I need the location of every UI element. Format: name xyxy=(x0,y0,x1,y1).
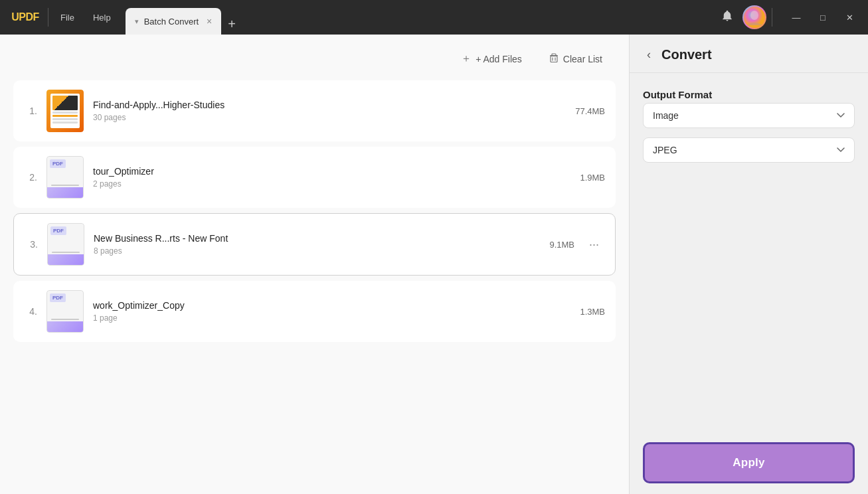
svg-rect-3 xyxy=(551,56,557,62)
close-button[interactable]: ✕ xyxy=(836,7,863,28)
batch-convert-tab[interactable]: ▾ Batch Convert × xyxy=(126,8,222,35)
file-items: 1. Find-and-Apply...Higher-Studies xyxy=(13,80,616,355)
clear-list-label: Clear List xyxy=(563,54,602,64)
format-select-wrapper: Image Word Excel PowerPoint HTML Text xyxy=(643,103,855,128)
panel-header: ‹ Convert xyxy=(630,35,868,73)
titlebar-divider xyxy=(48,8,48,27)
file-info: Find-and-Apply...Higher-Studies 30 pages xyxy=(93,100,566,122)
file-name: Find-and-Apply...Higher-Studies xyxy=(93,100,566,110)
panel-title: Convert xyxy=(661,47,712,62)
panel-back-button[interactable]: ‹ xyxy=(643,46,655,63)
file-thumbnail: PDF xyxy=(47,223,84,266)
book-cover-thumbnail xyxy=(46,90,84,132)
menu-help[interactable]: Help xyxy=(84,9,120,27)
notifications-button[interactable] xyxy=(715,6,740,29)
file-number: 1. xyxy=(24,106,37,116)
file-info: New Business R...rts - New Font 8 pages xyxy=(94,233,540,256)
trash-icon xyxy=(549,52,559,66)
file-thumbnail xyxy=(46,90,84,132)
file-number: 3. xyxy=(25,239,38,250)
subformat-select[interactable]: JPEG PNG BMP TIFF GIF xyxy=(643,137,855,163)
file-info: work_Optimizer_Copy 1 page xyxy=(93,300,570,323)
back-icon: ‹ xyxy=(647,48,651,61)
file-size: 1.3MB xyxy=(580,307,605,317)
pdf-thumbnail: PDF xyxy=(46,290,84,333)
file-name: work_Optimizer_Copy xyxy=(93,300,570,311)
file-pages: 2 pages xyxy=(93,179,570,189)
svg-point-1 xyxy=(750,11,758,20)
file-name: tour_Optimizer xyxy=(93,166,570,177)
table-row[interactable]: 3. PDF New Business R...rts - New Font xyxy=(13,213,616,276)
pdf-thumbnail: PDF xyxy=(47,223,84,266)
maximize-button[interactable]: □ xyxy=(810,7,836,28)
window-controls: — □ ✕ xyxy=(783,7,863,28)
tab-add-button[interactable]: + xyxy=(221,14,242,35)
add-icon: ＋ xyxy=(461,52,472,66)
format-select[interactable]: Image Word Excel PowerPoint HTML Text xyxy=(643,103,855,128)
output-format-section: Output Format Image Word Excel PowerPoin… xyxy=(643,89,855,163)
file-name: New Business R...rts - New Font xyxy=(94,233,540,244)
logo-text: UPDF xyxy=(11,11,39,23)
table-row[interactable]: 1. Find-and-Apply...Higher-Studies xyxy=(13,80,616,141)
file-pages: 1 page xyxy=(93,313,570,323)
titlebar-divider-2 xyxy=(772,8,772,27)
file-size: 9.1MB xyxy=(549,240,574,250)
titlebar-right: — □ ✕ xyxy=(715,5,863,29)
tab-label: Batch Convert xyxy=(144,17,199,27)
file-list-area: ＋ + Add Files Clear List xyxy=(0,35,629,494)
file-pages: 30 pages xyxy=(93,113,566,122)
panel-body: Output Format Image Word Excel PowerPoin… xyxy=(630,73,868,432)
add-files-button[interactable]: ＋ + Add Files xyxy=(454,48,529,70)
panel-footer: Apply xyxy=(630,432,868,494)
menu-file[interactable]: File xyxy=(51,9,84,27)
file-thumbnail: PDF xyxy=(46,290,84,333)
tab-close-icon[interactable]: × xyxy=(207,16,212,27)
file-pages: 8 pages xyxy=(94,246,540,256)
tabs-area: ▾ Batch Convert × + xyxy=(126,0,715,35)
file-list-toolbar: ＋ + Add Files Clear List xyxy=(13,35,616,80)
clear-list-button[interactable]: Clear List xyxy=(542,48,609,70)
file-thumbnail: PDF xyxy=(46,156,84,199)
file-info: tour_Optimizer 2 pages xyxy=(93,166,570,189)
user-avatar[interactable] xyxy=(742,5,766,29)
apply-button[interactable]: Apply xyxy=(643,442,855,483)
main-content: ＋ + Add Files Clear List xyxy=(0,35,868,494)
file-size: 77.4MB xyxy=(575,106,605,116)
titlebar: UPDF File Help ▾ Batch Convert × + xyxy=(0,0,868,35)
file-size: 1.9MB xyxy=(580,173,605,183)
table-row[interactable]: 2. PDF tour_Optimizer 2 pages xyxy=(13,147,616,208)
subformat-select-wrapper: JPEG PNG BMP TIFF GIF xyxy=(643,137,855,163)
tab-dropdown-icon[interactable]: ▾ xyxy=(135,17,139,26)
file-number: 2. xyxy=(24,172,37,183)
file-number: 4. xyxy=(24,306,37,317)
output-format-label: Output Format xyxy=(643,89,855,100)
file-context-menu-button[interactable]: ··· xyxy=(584,235,604,254)
pdf-thumbnail: PDF xyxy=(46,156,84,199)
table-row[interactable]: 4. PDF work_Optimizer_Copy 1 page xyxy=(13,281,616,342)
right-panel: ‹ Convert Output Format Image Word Excel… xyxy=(629,35,868,494)
minimize-button[interactable]: — xyxy=(783,7,810,28)
updf-logo: UPDF xyxy=(5,0,45,35)
add-files-label: + Add Files xyxy=(476,54,522,64)
